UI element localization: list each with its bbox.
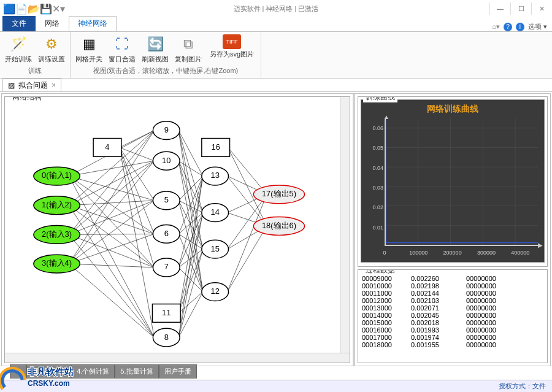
svg-line-15 [69,234,154,337]
table-row: 000120000.00210300000000 [362,297,543,304]
main-split: 网络结构 0(输入1)1(输入2)2(输入3)3(输入4) 4 5678910 … [1,93,551,366]
svg-line-66 [228,147,267,194]
svg-text:4: 4 [105,142,109,152]
quick-access-toolbar: 🟦 📄 📂 💾 ✕▾ [0,3,64,14]
svg-line-3 [69,176,154,337]
close-button[interactable]: ✕ [531,2,552,15]
help-icon[interactable]: ? [504,23,512,31]
network-structure-panel: 网络结构 0(输入1)1(输入2)2(输入3)3(输入4) 4 5678910 … [4,96,350,363]
table-row: 000180000.00195500000000 [362,341,543,348]
svg-line-19 [69,234,154,264]
document-tab[interactable]: ▨ 拟合问题 × [2,79,61,91]
svg-line-2 [69,176,154,267]
open-icon[interactable]: 📂 [28,3,39,14]
svg-line-48 [178,131,203,213]
svg-line-28 [120,131,155,148]
svg-line-14 [69,234,154,267]
table-row: 000160000.00199300000000 [362,326,543,334]
doc-icon: ▨ [8,81,15,90]
gear-icon: ⚙ [42,34,61,54]
svg-line-13 [69,234,154,234]
network-diagram[interactable]: 0(输入1)1(输入2)2(输入3)3(输入4) 4 5678910 11 12… [5,97,340,353]
auth-status: 授权方式：文件 [499,382,546,391]
save-svg-button[interactable]: TIFF 另存为svg图片 [205,33,258,64]
fit-icon: ⛶ [112,34,132,54]
svg-line-12 [69,201,154,235]
svg-line-30 [178,201,203,292]
svg-text:12: 12 [211,286,220,296]
btab-manual[interactable]: 用户手册 [159,364,197,379]
training-chart[interactable]: 网络训练曲线 0.010.020.030.040.050.06 01000002… [361,99,545,263]
ribbon-group-train: 🪄 开始训练 ⚙ 训练设置 训练 [0,32,71,78]
document-tab-bar: ▨ 拟合问题 × [0,79,552,92]
copy-image-button[interactable]: ⧉ 复制图片 [172,33,204,64]
svg-text:5: 5 [164,195,169,204]
vertical-scrollbar[interactable] [340,97,350,353]
svg-text:7: 7 [164,262,169,271]
copy-icon: ⧉ [178,34,198,54]
tools-icon[interactable]: ✕▾ [53,3,64,14]
minimize-button[interactable]: — [489,2,510,15]
wand-icon: 🪄 [9,34,28,54]
refresh-icon: 🔄 [145,34,165,54]
fit-window-button[interactable]: ⛶ 窗口合适 [106,33,138,64]
app-icon: 🟦 [4,3,15,14]
start-training-button[interactable]: 🪄 开始训练 [2,33,34,64]
home-icon[interactable]: ⌂▾ [492,23,500,31]
svg-text:0(输入1): 0(输入1) [42,171,72,180]
svg-text:2(输入3): 2(输入3) [42,229,72,239]
training-curve-panel: 训练曲线 网络训练曲线 0.010.020.030.040.050.06 010… [358,96,548,267]
tab-neural-network[interactable]: 神经网络 [69,16,117,31]
svg-text:6: 6 [164,229,169,238]
svg-text:3(输入4): 3(输入4) [42,258,72,267]
svg-line-25 [120,147,155,234]
close-tab-icon[interactable]: × [52,81,56,90]
svg-text:9: 9 [164,125,169,134]
table-row: 000140000.00204500000000 [362,312,543,319]
training-settings-button[interactable]: ⚙ 训练设置 [36,33,67,64]
save-icon[interactable]: 💾 [40,3,52,14]
svg-line-59 [228,226,267,291]
grid-icon: ▦ [79,34,99,54]
svg-text:18(输出6): 18(输出6) [262,221,296,230]
tab-network[interactable]: 网络 [36,16,69,31]
svg-line-6 [69,201,154,206]
table-row: 000150000.00201800000000 [362,319,543,326]
svg-text:1(输入2): 1(输入2) [42,200,72,209]
ribbon-group-view: ▦ 网格开关 ⛶ 窗口合适 🔄 刷新视图 ⧉ 复制图片 TIFF 另存为svg图… [71,32,261,78]
svg-line-67 [228,147,267,226]
svg-line-5 [69,161,154,176]
svg-line-38 [178,267,203,292]
info-icon[interactable]: i [516,23,524,31]
svg-text:16: 16 [212,142,220,152]
btab-batch[interactable]: 5.批量计算 [115,364,158,379]
new-icon[interactable]: 📄 [16,3,27,14]
app-title: 迈实软件 | 神经网络 | 已激活 [234,4,319,13]
left-pane: 网络结构 0(输入1)1(输入2)2(输入3)3(输入4) 4 5678910 … [2,94,355,366]
options-button[interactable]: 选项 ▾ [528,22,547,31]
process-data-panel: 过程数据 000090000.00226000000000000100000.0… [358,269,548,363]
svg-text:非凡软件站: 非凡软件站 [27,366,74,377]
svg-line-11 [69,161,154,205]
menu-tabs: 文件 网络 神经网络 ⌂▾ ? i 选项 ▾ [0,17,552,32]
refresh-view-button[interactable]: 🔄 刷新视图 [139,33,171,64]
table-row: 000130000.00207100000000 [362,304,543,312]
tiff-icon: TIFF [223,34,241,49]
table-row: 000090000.00226000000000 [362,275,543,282]
svg-text:17(输出5): 17(输出5) [262,189,296,198]
svg-line-47 [178,131,203,176]
ribbon: 🪄 开始训练 ⚙ 训练设置 训练 ▦ 网格开关 ⛶ 窗口合适 🔄 刷新视图 [0,32,552,79]
svg-text:15: 15 [211,244,220,253]
svg-text:8: 8 [164,332,169,342]
svg-line-8 [69,206,154,267]
maximize-button[interactable]: ☐ [510,2,531,15]
svg-line-29 [120,147,155,161]
svg-line-58 [228,194,267,292]
title-bar: 🟦 📄 📂 💾 ✕▾ 迈实软件 | 神经网络 | 已激活 — ☐ ✕ [0,0,552,17]
right-pane: 训练曲线 网络训练曲线 0.010.020.030.040.050.06 010… [355,94,550,366]
window-controls: — ☐ ✕ [489,2,552,15]
grid-toggle-button[interactable]: ▦ 网格开关 [73,33,105,64]
tab-file[interactable]: 文件 [2,16,36,31]
svg-line-21 [69,264,154,337]
svg-text:13: 13 [211,171,220,180]
